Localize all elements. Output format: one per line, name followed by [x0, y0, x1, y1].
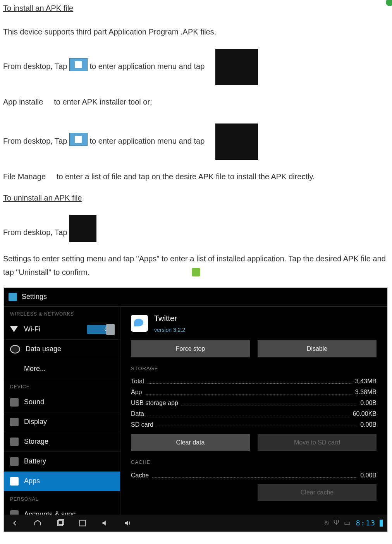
sidebar-item-wifi[interactable]: Wi-Fi ON: [4, 320, 120, 340]
svg-rect-2: [80, 520, 86, 526]
sd-tray-icon: ▭: [344, 517, 351, 529]
line1-part-b: to enter application menu and tap: [89, 62, 205, 70]
app-info-panel: Twitter version 3.2.2 Force stop Disable…: [120, 306, 387, 515]
apps-grid-icon: [69, 133, 88, 146]
force-stop-button[interactable]: Force stop: [131, 340, 250, 357]
usb-debug-icon: ⎋: [325, 517, 329, 529]
sidebar-item-more[interactable]: More...: [4, 359, 120, 379]
nav-back-button[interactable]: [4, 515, 26, 532]
sidebar-item-data-usage[interactable]: Data usage: [4, 340, 120, 359]
settings-titlebar: Settings: [4, 288, 387, 307]
twitter-app-icon: [131, 315, 148, 332]
heading-uninstall: To uninstall an APK file: [3, 194, 82, 202]
intro-text: This device supports third part Applicat…: [3, 25, 389, 39]
sidebar-item-apps[interactable]: Apps: [4, 472, 120, 491]
line3-part-a: From desktop, Tap: [3, 228, 69, 237]
app-name: Twitter: [154, 312, 185, 325]
storage-section-header: STORAGE: [131, 364, 377, 373]
settings-label: Settings: [3, 254, 31, 263]
sidebar-item-accounts[interactable]: Accounts & sync: [4, 505, 120, 515]
apps-icon: [10, 477, 19, 486]
display-label: Display: [24, 416, 114, 428]
blank-icon: [10, 365, 19, 373]
status-clock: 8:13: [356, 517, 376, 529]
line2-part-a: From desktop, Tap: [3, 137, 69, 145]
sd-value: 0.00B: [360, 419, 377, 430]
accounts-label: Accounts & sync: [24, 508, 114, 515]
sidebar-item-display[interactable]: Display: [4, 412, 120, 432]
status-tray: ⎋ Ψ ▭: [325, 517, 351, 529]
data-usage-label: Data usage: [26, 343, 114, 355]
sound-label: Sound: [24, 396, 114, 408]
move-to-sd-button[interactable]: Move to SD card: [258, 434, 377, 451]
usb-icon: Ψ: [334, 517, 339, 529]
usb-value: 0.00B: [360, 398, 377, 408]
nav-volume-up-button[interactable]: [116, 515, 139, 532]
apps-grid-icon: [69, 58, 88, 71]
section-device: DEVICE: [4, 379, 120, 393]
data-value: 60.00KB: [353, 408, 377, 419]
sidebar-item-storage[interactable]: Storage: [4, 432, 120, 452]
storage-label: Storage: [24, 436, 114, 448]
nav-screenshot-button[interactable]: [71, 515, 94, 532]
line2-part-c: to enter a list of file and tap on the d…: [57, 172, 315, 181]
app-installer-tile: [215, 49, 258, 85]
heading-install: To install an APK file: [3, 4, 73, 12]
file-manager-label: File Manage: [3, 172, 46, 181]
battery-icon: [10, 457, 19, 466]
nav-recent-button[interactable]: [49, 515, 71, 532]
total-label: Total: [131, 376, 144, 387]
file-manager-tile: [215, 124, 258, 160]
clear-data-button[interactable]: Clear data: [131, 434, 250, 451]
android-settings-screenshot: Settings WIRELESS & NETWORKS Wi-Fi ON Da…: [3, 287, 388, 532]
sidebar-item-sound[interactable]: Sound: [4, 393, 120, 412]
sd-label: SD card: [131, 419, 153, 430]
battery-icon: [380, 520, 383, 527]
settings-title: Settings: [22, 291, 47, 303]
cache-section-header: CACHE: [131, 458, 377, 467]
sound-icon: [10, 398, 19, 407]
data-label: Data: [131, 408, 144, 419]
total-value: 3.43MB: [355, 376, 377, 387]
section-personal: PERSONAL: [4, 491, 120, 505]
clear-cache-button[interactable]: Clear cache: [258, 484, 377, 501]
usb-label: USB storage app: [131, 398, 178, 408]
nav-home-button[interactable]: [26, 515, 49, 532]
cache-value: 0.00B: [360, 470, 377, 481]
cache-label: Cache: [131, 470, 149, 481]
apps-label: Apps: [24, 475, 114, 487]
app-version: version 3.2.2: [154, 325, 185, 335]
system-navbar: ⎋ Ψ ▭ 8:13: [4, 515, 387, 532]
settings-tile: [69, 215, 96, 242]
app-size-label: App: [131, 387, 142, 398]
storage-icon: [10, 438, 19, 446]
wifi-icon: [10, 325, 19, 334]
wifi-toggle[interactable]: ON: [87, 325, 114, 334]
more-label: More...: [24, 363, 114, 375]
line1-part-c: to enter APK installer tool or;: [54, 98, 152, 106]
disable-button[interactable]: Disable: [258, 340, 377, 357]
section-wireless: WIRELESS & NETWORKS: [4, 306, 120, 320]
sidebar-item-battery[interactable]: Battery: [4, 452, 120, 472]
nav-volume-down-button[interactable]: [94, 515, 116, 532]
wifi-label: Wi-Fi: [24, 323, 81, 336]
line1-part-a: From desktop, Tap: [3, 62, 69, 70]
data-usage-icon: [10, 345, 20, 354]
app-installer-label: App installe: [3, 98, 43, 106]
line2-part-b: to enter application menu and tap: [89, 137, 205, 145]
sync-icon: [10, 510, 19, 515]
display-icon: [10, 418, 19, 426]
settings-gear-icon: [9, 293, 17, 301]
battery-label: Battery: [24, 455, 114, 468]
app-size-value: 3.38MB: [355, 387, 377, 398]
settings-sidebar: WIRELESS & NETWORKS Wi-Fi ON Data usage …: [4, 306, 120, 515]
